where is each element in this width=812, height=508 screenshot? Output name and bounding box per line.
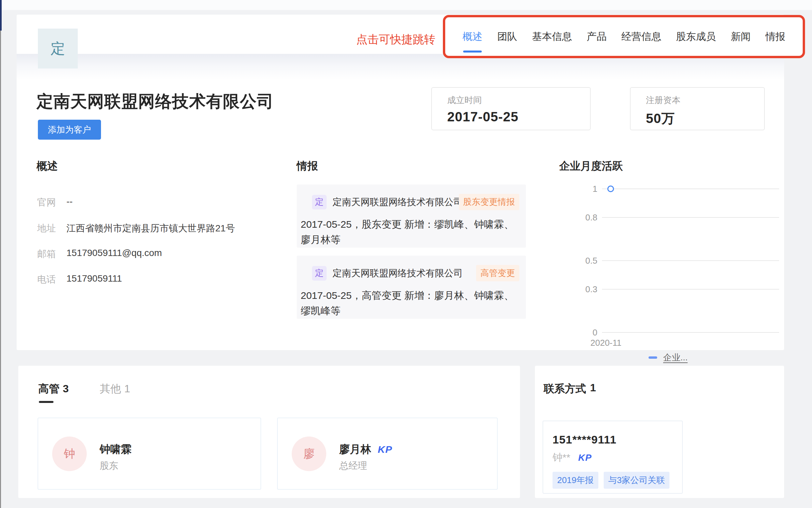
intel-text: 2017-05-25，股东变更 新增：缪凯峰、钟啸霖、廖月林等 bbox=[301, 217, 519, 247]
chart-legend-item[interactable]: 企业... bbox=[649, 352, 688, 364]
active-tab-indicator bbox=[463, 50, 482, 52]
tab-basic-info[interactable]: 基本信息 bbox=[532, 17, 572, 56]
intel-section-title: 情报 bbox=[297, 159, 318, 174]
company-name: 定南天网联盟网络技术有限公司 bbox=[37, 90, 274, 113]
intel-company-badge: 定 bbox=[312, 195, 327, 209]
gridline bbox=[602, 332, 779, 333]
company-logo-char: 定 bbox=[50, 39, 65, 58]
legend-label: 企业... bbox=[663, 352, 688, 364]
contact-badge-annual-report: 2019年报 bbox=[553, 472, 599, 489]
intel-company-name: 定南天网联盟网络技术有限公司 bbox=[333, 267, 463, 280]
fact-card-capital: 注册资本 50万 bbox=[630, 87, 765, 130]
intel-tag: 股东变更情报 bbox=[459, 194, 519, 210]
fact-value: 50万 bbox=[646, 110, 764, 128]
y-tick: 0.5 bbox=[577, 256, 598, 266]
intel-card-shareholder-change[interactable]: 定 定南天网联盟网络技术有限公司 股东变更情报 2017-05-25，股东变更 … bbox=[297, 184, 526, 248]
data-point-2020-11[interactable] bbox=[607, 185, 614, 192]
fact-card-founded: 成立时间 2017-05-25 bbox=[431, 87, 591, 130]
contacts-section-title: 联系方式1 bbox=[543, 382, 596, 396]
overview-row-website: 官网 -- bbox=[37, 196, 73, 209]
contact-name-masked: 钟** bbox=[553, 451, 570, 464]
left-edge-navy-bar bbox=[0, 0, 2, 31]
tab-intel[interactable]: 情报 bbox=[765, 17, 785, 56]
avatar-zhong: 钟 bbox=[52, 436, 87, 471]
intel-card-exec-change[interactable]: 定 定南天网联盟网络技术有限公司 高管变更 2017-05-25，高管变更 新增… bbox=[297, 256, 526, 319]
gridline bbox=[602, 260, 779, 261]
y-tick: 0 bbox=[577, 328, 598, 338]
fact-label: 成立时间 bbox=[447, 94, 590, 106]
tab-news[interactable]: 新闻 bbox=[731, 17, 751, 56]
kp-badge: KP bbox=[578, 453, 592, 463]
overview-row-email: 邮箱 15179059111@qq.com bbox=[37, 248, 162, 260]
y-tick: 1 bbox=[577, 184, 598, 194]
contact-phone: 151****9111 bbox=[553, 433, 682, 446]
person-name: 钟啸霖 bbox=[100, 442, 132, 457]
person-role: 股东 bbox=[100, 460, 118, 472]
person-name: 廖月林 KP bbox=[339, 442, 392, 457]
intel-company-name: 定南天网联盟网络技术有限公司 bbox=[333, 196, 459, 208]
quick-jump-hint: 点击可快捷跳转 bbox=[352, 32, 435, 47]
legend-line-swatch bbox=[649, 356, 657, 359]
overview-row-address: 地址 江西省赣州市定南县历市镇大世界路21号 bbox=[37, 222, 235, 235]
company-logo: 定 bbox=[38, 29, 78, 69]
intel-company-badge: 定 bbox=[312, 266, 327, 281]
tab-overview[interactable]: 概述 bbox=[463, 17, 482, 56]
team-active-tab-indicator bbox=[39, 401, 53, 403]
y-tick: 0.8 bbox=[577, 212, 598, 223]
chart-title: 企业月度活跃 bbox=[559, 159, 623, 174]
overview-section-title: 概述 bbox=[37, 159, 58, 174]
gridline bbox=[602, 217, 779, 218]
gridline bbox=[602, 289, 779, 290]
left-edge-scrollbar[interactable] bbox=[0, 31, 1, 508]
gridline bbox=[602, 188, 779, 189]
overview-row-phone: 电话 15179059111 bbox=[37, 273, 122, 286]
fact-value: 2017-05-25 bbox=[447, 110, 590, 124]
person-role: 总经理 bbox=[339, 460, 367, 472]
tab-team[interactable]: 团队 bbox=[497, 17, 517, 56]
team-tab-others[interactable]: 其他1 bbox=[100, 382, 130, 396]
team-tab-executives[interactable]: 高管3 bbox=[38, 382, 69, 396]
kp-badge: KP bbox=[378, 444, 392, 455]
top-strip bbox=[0, 0, 812, 10]
tab-shareholders[interactable]: 股东成员 bbox=[676, 17, 716, 56]
fact-label: 注册资本 bbox=[646, 94, 764, 106]
section-tabbar: 概述 团队 基本信息 产品 经营信息 股东成员 新闻 情报 bbox=[443, 15, 805, 58]
contact-badge-related-companies: 与3家公司关联 bbox=[604, 472, 669, 489]
company-profile-page: 定 点击可快捷跳转 概述 团队 基本信息 产品 经营信息 股东成员 新闻 情报 … bbox=[0, 0, 812, 508]
intel-tag: 高管变更 bbox=[476, 265, 519, 281]
avatar-liao: 廖 bbox=[292, 436, 326, 471]
intel-text: 2017-05-25，高管变更 新增：廖月林、钟啸霖、缪凯峰等 bbox=[301, 288, 519, 319]
y-tick: 0.3 bbox=[577, 284, 598, 295]
add-as-customer-button[interactable]: 添加为客户 bbox=[38, 120, 101, 140]
x-tick: 2020-11 bbox=[590, 338, 622, 348]
tab-products[interactable]: 产品 bbox=[587, 17, 607, 56]
contact-item[interactable]: 151****9111 钟** KP 2019年报 与3家公司关联 bbox=[542, 421, 683, 494]
tab-business-info[interactable]: 经营信息 bbox=[621, 17, 661, 56]
